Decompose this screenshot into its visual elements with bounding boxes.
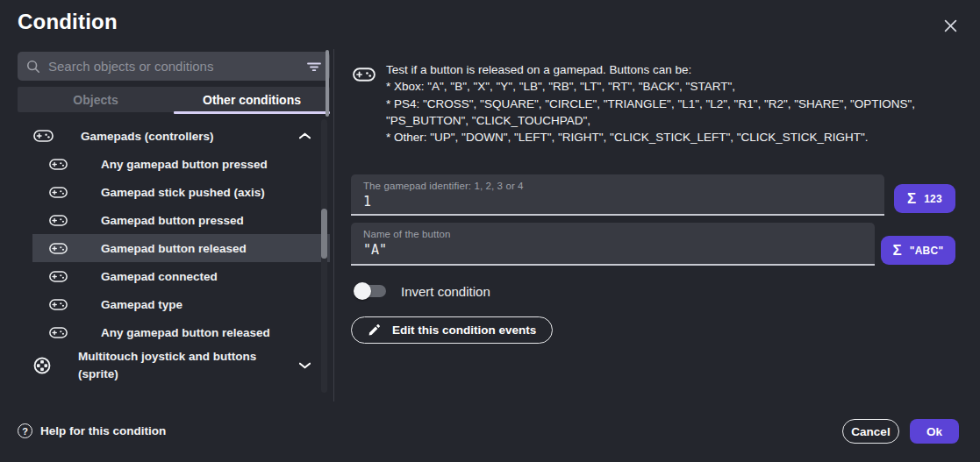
gamepad-icon	[49, 158, 68, 171]
list-scrollbar-thumb[interactable]	[321, 209, 327, 259]
help-icon: ?	[18, 423, 32, 438]
expression-type-label: 123	[924, 193, 942, 205]
expression-type-label: "ABC"	[910, 245, 944, 257]
search-input[interactable]	[48, 59, 307, 74]
search-box[interactable]	[18, 52, 330, 81]
ok-button[interactable]: Ok	[910, 419, 959, 444]
conditions-list: Gamepads (controllers) Any gamepad butto…	[18, 122, 330, 385]
filter-icon[interactable]	[307, 61, 321, 72]
list-item-gamepad-button-pressed[interactable]: Gamepad button pressed	[18, 206, 330, 234]
dpad-icon	[33, 357, 51, 374]
list-item-label: Any gamepad button pressed	[101, 158, 268, 171]
list-item-gamepad-connected[interactable]: Gamepad connected	[18, 262, 330, 290]
expression-builder-number-button[interactable]: Σ 123	[894, 184, 955, 213]
toggle-knob	[354, 282, 371, 300]
pencil-icon	[368, 323, 381, 337]
chevron-down-icon[interactable]	[299, 362, 311, 369]
gamepad-icon	[49, 326, 68, 339]
list-item-label-selected: Gamepad button released	[101, 242, 247, 255]
dialog-title: Condition	[18, 10, 118, 34]
panel-divider	[333, 49, 334, 402]
list-group-label: Gamepads (controllers)	[81, 130, 214, 143]
edit-condition-events-button[interactable]: Edit this condition events	[351, 316, 553, 344]
gamepad-icon	[353, 67, 376, 82]
list-item-gamepad-button-released[interactable]: Gamepad button released	[32, 234, 330, 262]
list-item-gamepad-stick-pushed[interactable]: Gamepad stick pushed (axis)	[18, 178, 330, 206]
gamepad-icon	[49, 214, 68, 227]
invert-condition-label: Invert condition	[401, 284, 490, 299]
gamepad-icon	[49, 298, 68, 311]
gamepad-icon	[49, 186, 68, 199]
search-icon	[26, 60, 40, 74]
gamepad-icon	[49, 270, 68, 283]
list-item-label: Gamepad type	[101, 298, 182, 311]
sigma-icon: Σ	[907, 190, 916, 208]
gamepad-identifier-input[interactable]	[363, 194, 872, 210]
condition-description: Test if a button is released on a gamepa…	[386, 61, 965, 146]
list-item-any-gamepad-button-released[interactable]: Any gamepad button released	[18, 318, 330, 346]
list-item-label: Gamepad connected	[101, 270, 218, 283]
tab-objects[interactable]: Objects	[18, 87, 174, 112]
list-item-any-gamepad-button-pressed[interactable]: Any gamepad button pressed	[18, 150, 330, 178]
field-label: The gamepad identifier: 1, 2, 3 or 4	[363, 181, 872, 191]
invert-condition-toggle[interactable]	[354, 282, 386, 300]
help-link[interactable]: ? Help for this condition	[18, 423, 166, 439]
field-label: Name of the button	[363, 229, 862, 239]
list-group-label: Multitouch joystick and buttons (sprite)	[78, 348, 267, 382]
cancel-button[interactable]: Cancel	[842, 419, 899, 444]
gamepad-icon	[49, 242, 68, 255]
help-label: Help for this condition	[40, 424, 166, 437]
edit-button-label: Edit this condition events	[392, 323, 536, 337]
tab-bar: Objects Other conditions	[18, 87, 330, 112]
gamepad-identifier-field[interactable]: The gamepad identifier: 1, 2, 3 or 4	[351, 174, 884, 216]
close-icon	[944, 19, 957, 32]
list-group-multitouch[interactable]: Multitouch joystick and buttons (sprite)	[18, 346, 330, 385]
button-name-input[interactable]	[363, 242, 862, 258]
sigma-icon: Σ	[892, 242, 901, 259]
expression-builder-string-button[interactable]: Σ "ABC"	[881, 236, 955, 265]
list-group-gamepads[interactable]: Gamepads (controllers)	[18, 122, 330, 150]
invert-condition-row: Invert condition	[354, 281, 490, 301]
list-item-gamepad-type[interactable]: Gamepad type	[18, 290, 330, 318]
gamepad-icon	[33, 129, 54, 143]
button-name-field[interactable]: Name of the button	[351, 223, 875, 266]
tab-other-conditions[interactable]: Other conditions	[174, 87, 330, 112]
list-item-label: Any gamepad button released	[101, 326, 270, 339]
close-button[interactable]	[940, 15, 961, 36]
list-item-label: Gamepad button pressed	[101, 214, 244, 227]
panel-scrollbar-thumb[interactable]	[325, 50, 329, 117]
chevron-up-icon[interactable]	[299, 132, 311, 139]
list-item-label: Gamepad stick pushed (axis)	[101, 186, 265, 199]
